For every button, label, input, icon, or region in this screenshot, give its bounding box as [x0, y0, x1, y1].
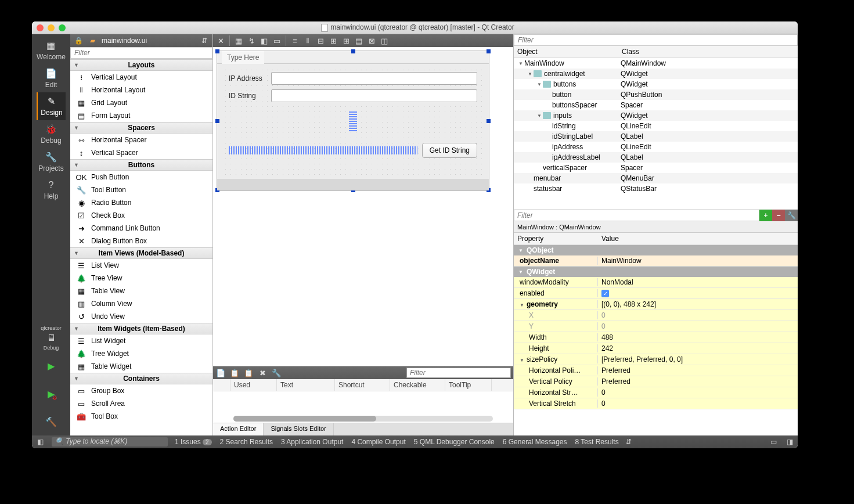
output-tab-issues[interactable]: 1 Issues 2	[175, 438, 212, 446]
object-row[interactable]: ▼MainWindowQMainWindow	[514, 58, 798, 69]
layout-vsplit-icon[interactable]: ⊞	[328, 35, 338, 46]
property-row[interactable]: Vertical PolicyPreferred	[514, 376, 798, 387]
close-icon[interactable]	[37, 24, 44, 31]
widget-tree-widget[interactable]: 🌲Tree Widget	[70, 347, 212, 360]
object-row[interactable]: ▼buttonsQWidget	[514, 79, 798, 89]
action-list[interactable]	[213, 391, 513, 423]
run-button[interactable]: ▶	[32, 352, 70, 380]
wrench-icon[interactable]: 🔧	[785, 210, 798, 221]
widget-table-view[interactable]: ▦Table View	[70, 285, 212, 297]
object-row[interactable]: idStringQLineEdit	[514, 121, 798, 131]
property-row[interactable]: ▼geometry[(0, 0), 488 x 242]	[514, 299, 798, 310]
widget-column-view[interactable]: ▥Column View	[70, 297, 212, 310]
settings-icon[interactable]: 🔧	[271, 368, 282, 378]
layout-form-icon[interactable]: ▤	[354, 35, 364, 46]
form-mainwindow[interactable]: Type Here IP Address ID String Get ID St…	[217, 51, 489, 191]
object-row[interactable]: idStringLabelQLabel	[514, 131, 798, 142]
property-row[interactable]: Vertical Stretch0	[514, 398, 798, 409]
copy-icon[interactable]: 📋	[229, 368, 240, 378]
category-header[interactable]: Item Widgets (Item-Based)	[70, 323, 212, 334]
property-group[interactable]: QWidget	[514, 267, 798, 277]
category-header[interactable]: Item Views (Model-Based)	[70, 247, 212, 259]
sidebar-toggle-icon[interactable]: ◧	[35, 437, 45, 447]
output-tab-application-output[interactable]: 3 Application Output	[281, 438, 343, 446]
adjust-size-icon[interactable]: ◫	[379, 35, 390, 46]
property-row[interactable]: windowModalityNonModal	[514, 277, 798, 288]
widget-tool-box[interactable]: 🧰Tool Box	[70, 410, 212, 423]
scrollbar[interactable]	[233, 416, 493, 422]
property-row[interactable]: objectNameMainWindow	[514, 255, 798, 267]
updown-icon[interactable]: ⇵	[626, 438, 632, 446]
widget-list-widget[interactable]: ☰List Widget	[70, 334, 212, 347]
object-row[interactable]: buttonQPushButton	[514, 89, 798, 100]
widget-group-box[interactable]: ▭Group Box	[70, 384, 212, 397]
lock-icon[interactable]: 🔒	[74, 36, 83, 45]
locator-input[interactable]: 🔍 Type to locate (⌘K)	[52, 437, 168, 447]
get-id-button[interactable]: Get ID String	[422, 143, 477, 158]
build-button[interactable]: 🔨	[32, 408, 70, 435]
widget-list[interactable]: Layouts⫶Vertical Layout⫴Horizontal Layou…	[70, 59, 212, 435]
horizontal-spacer-preview[interactable]	[229, 146, 417, 154]
widget-undo-view[interactable]: ↺Undo View	[70, 310, 212, 323]
nav-welcome[interactable]: ▦Welcome	[37, 37, 66, 64]
widget-vertical-spacer[interactable]: ↕Vertical Spacer	[70, 146, 212, 159]
object-row[interactable]: ipAddressQLineEdit	[514, 142, 798, 152]
property-row[interactable]: X0	[514, 310, 798, 321]
widget-dialog-button-box[interactable]: ✕Dialog Button Box	[70, 235, 212, 247]
tab-action-editor[interactable]: Action Editor	[213, 423, 264, 435]
property-group[interactable]: QObject	[514, 245, 798, 255]
debug-run-button[interactable]: ▶🐞	[32, 380, 70, 408]
widget-radio-button[interactable]: ◉Radio Button	[70, 196, 212, 209]
vertical-spacer-preview[interactable]	[349, 110, 357, 131]
property-list[interactable]: QObjectobjectNameMainWindowQWidgetwindow…	[514, 245, 798, 435]
id-lineedit[interactable]	[271, 89, 477, 102]
widget-list-view[interactable]: ☰List View	[70, 259, 212, 272]
minimize-icon[interactable]	[48, 24, 55, 31]
tab-signals-slots-editor[interactable]: Signals Slots Editor	[264, 423, 333, 435]
object-row[interactable]: verticalSpacerSpacer	[514, 163, 798, 173]
object-row[interactable]: ▼centralwidgetQWidget	[514, 69, 798, 79]
widget-form-layout[interactable]: ▤Form Layout	[70, 109, 212, 122]
layout-hsplit-icon[interactable]: ⊟	[315, 35, 326, 46]
nav-projects[interactable]: 🔧Projects	[37, 148, 66, 176]
sidebar-right-toggle-icon[interactable]: ◨	[785, 437, 794, 447]
widget-scroll-area[interactable]: ▭Scroll Area	[70, 397, 212, 410]
close-file-icon[interactable]: ✕	[215, 35, 226, 46]
progress-icon[interactable]: ▭	[769, 437, 778, 447]
widget-tool-button[interactable]: 🔧Tool Button	[70, 183, 212, 196]
object-row[interactable]: statusbarQStatusBar	[514, 183, 798, 194]
edit-buddies-icon[interactable]: ◧	[259, 35, 269, 46]
property-row[interactable]: ▼sizePolicy[Preferred, Preferred, 0, 0]	[514, 354, 798, 365]
delete-icon[interactable]: ✖	[257, 368, 268, 378]
zoom-icon[interactable]	[59, 24, 66, 31]
object-filter[interactable]	[514, 34, 798, 46]
break-layout-icon[interactable]: ⊠	[366, 35, 377, 46]
edit-signals-icon[interactable]: ↯	[246, 35, 257, 46]
widget-tree-view[interactable]: 🌲Tree View	[70, 272, 212, 285]
category-header[interactable]: Buttons	[70, 159, 212, 171]
widget-vertical-layout[interactable]: ⫶Vertical Layout	[70, 71, 212, 84]
output-tab-compile-output[interactable]: 4 Compile Output	[351, 438, 405, 446]
statusbar-preview[interactable]	[217, 179, 489, 190]
output-tab-qml-debugger-console[interactable]: 5 QML Debugger Console	[414, 438, 495, 446]
add-property-icon[interactable]: +	[759, 210, 772, 221]
property-row[interactable]: enabled✓	[514, 288, 798, 299]
property-row[interactable]: Horizontal Str…0	[514, 387, 798, 398]
edit-widgets-icon[interactable]: ▦	[233, 35, 244, 46]
property-row[interactable]: Horizontal Poli…Preferred	[514, 365, 798, 376]
property-row[interactable]: Height242	[514, 343, 798, 354]
object-tree[interactable]: ▼MainWindowQMainWindow▼centralwidgetQWid…	[514, 58, 798, 209]
remove-property-icon[interactable]: −	[772, 210, 785, 221]
category-header[interactable]: Layouts	[70, 59, 212, 71]
object-row[interactable]: buttonsSpacerSpacer	[514, 100, 798, 110]
object-row[interactable]: menubarQMenuBar	[514, 173, 798, 183]
output-tab-search-results[interactable]: 2 Search Results	[220, 438, 273, 446]
edit-taborder-icon[interactable]: ▭	[272, 35, 282, 46]
layout-v-icon[interactable]: ⫴	[302, 35, 313, 46]
layout-h-icon[interactable]: ≡	[290, 35, 300, 46]
property-row[interactable]: Y0	[514, 321, 798, 332]
paste-icon[interactable]: 📋	[243, 368, 254, 378]
widget-grid-layout[interactable]: ▦Grid Layout	[70, 96, 212, 109]
new-action-icon[interactable]: 📄	[215, 368, 226, 378]
ip-lineedit[interactable]	[271, 72, 477, 85]
